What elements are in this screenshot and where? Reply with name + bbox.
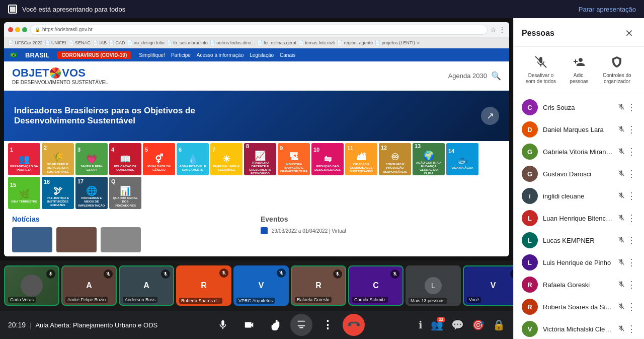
present-button[interactable] (290, 314, 312, 336)
news-item-2[interactable] (56, 227, 97, 252)
participant-item[interactable]: C Cris Souza ⋮ (514, 96, 644, 118)
participant-more-10[interactable]: ⋮ (627, 323, 636, 334)
bookmark-item[interactable]: 📄 CAD (109, 40, 125, 45)
participant-mic-4[interactable] (618, 192, 625, 200)
participant-more-1[interactable]: ⋮ (627, 124, 636, 135)
nav-acesso[interactable]: Acesso à informação (197, 52, 244, 58)
stop-presenting-button[interactable]: Parar apresentação (579, 6, 636, 13)
sdg-goal-17[interactable]: 17 🌐 PARCERIAS E MEIOS DE IMPLEMENTAÇÃO (75, 177, 108, 209)
participant-more-4[interactable]: ⋮ (627, 190, 636, 201)
sidebar-close-button[interactable]: ✕ (622, 26, 636, 40)
bookmark-item[interactable]: 📄 IAB (93, 40, 107, 45)
bookmark-item[interactable]: 📄 temas.fntc.mzli (298, 40, 336, 45)
bookmark-item[interactable]: 📄 outros todos.direi... (210, 40, 255, 45)
participant-more-6[interactable]: ⋮ (627, 235, 636, 246)
sdg-goal-13[interactable]: 13 🌍 AÇÃO CONTRA A MUDANÇA GLOBAL DO CLI… (413, 143, 445, 175)
participant-mic-0[interactable] (618, 103, 625, 112)
video-tile-5[interactable]: R Rafaela Goreski (291, 265, 346, 306)
sdg-goal-10[interactable]: 10 ⇋ REDUÇÃO DAS DESIGUALDADES (311, 143, 344, 175)
sdg-goal-6[interactable]: 6 💧 ÁGUA POTÁVEL E SANEAMENTO (177, 143, 209, 175)
sdg-goal-Q[interactable]: Q 📊 QUADRO GERAL DOS INDICADORES (109, 177, 141, 209)
participant-more-3[interactable]: ⋮ (627, 168, 636, 179)
participant-item[interactable]: R Roberta Soares da Silva ⋮ (514, 296, 644, 318)
mic-button[interactable] (212, 314, 234, 336)
camera-button[interactable] (238, 314, 260, 336)
lock-button[interactable]: 🔒 (493, 319, 505, 331)
hand-button[interactable] (264, 314, 286, 336)
bookmark-item[interactable]: 📄 tb_ses.murai.info (167, 40, 208, 45)
sdg-goal-15[interactable]: 15 🌿 VIDA TERRESTRE (8, 177, 40, 209)
sdg-goal-4[interactable]: 4 📖 EDUCAÇÃO DE QUALIDADE (109, 143, 141, 175)
sdg-goal-14[interactable]: 14 🐟 VIDA NA ÁGUA (446, 143, 478, 175)
video-tile-0[interactable]: Carla Veras (4, 265, 59, 306)
participant-mic-5[interactable] (618, 214, 625, 223)
sdg-goal-3[interactable]: 3 💗 SAÚDE E BEM-ESTAR (75, 143, 108, 175)
sdg-goal-7[interactable]: 7 ☀ ENERGIA LIMPA E ACESSÍVEL (210, 143, 243, 175)
more-options-button[interactable]: ⋮ (316, 314, 339, 336)
bookmark-item[interactable]: 📄 region. agente (337, 40, 373, 45)
maximize-dot[interactable] (22, 27, 27, 32)
participant-more-2[interactable]: ⋮ (627, 146, 636, 157)
bookmark-item[interactable]: 📄 UNIFEI (45, 40, 66, 45)
browser-url-bar[interactable]: 🔒 https://odsbrasil.gov.br (30, 25, 488, 35)
activities-button[interactable]: 🎯 (472, 319, 485, 331)
bookmark-more[interactable]: » (417, 40, 420, 45)
bookmark-item[interactable]: 📄 SENAC (68, 40, 91, 45)
close-dot[interactable] (8, 27, 13, 32)
participant-mic-3[interactable] (618, 170, 625, 178)
sdg-goal-8[interactable]: 8 📈 TRABALHO DECENTE E CRESCIMENTO ECONÔ… (244, 143, 276, 175)
mute-all-button[interactable]: Desativar o som de todos (518, 53, 564, 88)
participant-item[interactable]: G Gabriela Vitoria Mirandola ⋮ (514, 141, 644, 163)
sdg-goal-12[interactable]: 12 ♾ CONSUMO E PRODUÇÃO RESPONSÁVEIS (379, 143, 411, 175)
participant-item[interactable]: G Gustavo Darosci ⋮ (514, 163, 644, 185)
nav-canais[interactable]: Canais (280, 52, 295, 58)
participant-item[interactable]: V Victória Michalski Clemes ⋮ (514, 318, 644, 339)
minimize-dot[interactable] (15, 27, 20, 32)
nav-simplifique[interactable]: Simplifique! (139, 52, 165, 58)
sdg-goal-5[interactable]: 5 ⚥ IGUALDADE DE GÊNERO (143, 143, 175, 175)
end-call-button[interactable]: 📞 (338, 309, 369, 339)
participant-mic-2[interactable] (618, 148, 625, 156)
browser-star[interactable]: ☆ (491, 26, 496, 33)
participant-mic-6[interactable] (618, 236, 625, 245)
bookmark-item[interactable]: 📄 lei_nzlinas.geral (257, 40, 296, 45)
video-tile-8[interactable]: V Você (463, 265, 513, 306)
sdg-goal-11[interactable]: 11 🏙 CIDADES E COMUNIDADES SUSTENTÁVEIS (345, 143, 377, 175)
video-tile-4[interactable]: V VPRG Arquitetos (233, 265, 289, 306)
participant-item[interactable]: L Luan Henrique Bitencourt ⋮ (514, 207, 644, 229)
video-tile-7[interactable]: L Mais 13 pessoas (406, 265, 461, 306)
bookmark-item[interactable]: 📄 UFSCar 2022 (8, 40, 43, 45)
search-icon[interactable]: 🔍 (491, 71, 501, 81)
organizer-controls-button[interactable]: Controles do organizador (594, 53, 640, 88)
sdg-goal-1[interactable]: 1 👥 ERRADICAÇÃO DA POBREZA (8, 143, 40, 175)
video-tile-2[interactable]: A Anderson Buss (119, 265, 174, 306)
sdg-goal-9[interactable]: 9 🏗 INDÚSTRIA INOVAÇÃO E INFRAESTRUTURA (278, 143, 310, 175)
bookmark-item[interactable]: 📄 iro_design.folio (127, 40, 165, 45)
video-tile-1[interactable]: A André Felipe Bozio (61, 265, 117, 306)
nav-legislacao[interactable]: Legislação (250, 52, 274, 58)
participant-item[interactable]: i inglidi cleuane ⋮ (514, 185, 644, 207)
participant-more-0[interactable]: ⋮ (627, 102, 636, 113)
participant-more-9[interactable]: ⋮ (627, 301, 636, 312)
sdg-goal-16[interactable]: 16 🕊 PAZ JUSTIÇA E INSTITUIÇÕES EFICAZES (42, 177, 74, 209)
participant-item[interactable]: D Daniel Marques Lara ⋮ (514, 118, 644, 141)
participant-item[interactable]: L Lucas KEMPNER ⋮ (514, 229, 644, 251)
add-people-button[interactable]: Adic. pessoas (564, 53, 594, 88)
news-item-1[interactable] (12, 227, 52, 252)
info-button[interactable]: ℹ (419, 319, 423, 331)
chat-button[interactable]: 💬 (451, 319, 464, 331)
bookmark-item[interactable]: 📄 projetos (LENTI) (375, 40, 415, 45)
covid-badge[interactable]: CORONAVÍRUS (COVID-19) (57, 51, 131, 59)
participant-more-8[interactable]: ⋮ (627, 279, 636, 290)
news-item-3[interactable] (101, 227, 141, 252)
nav-participe[interactable]: Participe (171, 52, 191, 58)
participant-more-5[interactable]: ⋮ (627, 213, 636, 224)
participant-mic-1[interactable] (618, 125, 625, 134)
participant-mic-10[interactable] (618, 325, 625, 333)
participant-mic-8[interactable] (618, 281, 625, 289)
participant-more-7[interactable]: ⋮ (627, 257, 636, 268)
sdg-goal-2[interactable]: 2 🌾 FOME ZERO E AGRICULTURA SUSTENTÁVEL (42, 143, 74, 175)
participant-mic-9[interactable] (618, 303, 625, 311)
participant-mic-7[interactable] (618, 258, 625, 267)
participant-item[interactable]: L Luis Henrique de Pinho ⋮ (514, 251, 644, 274)
